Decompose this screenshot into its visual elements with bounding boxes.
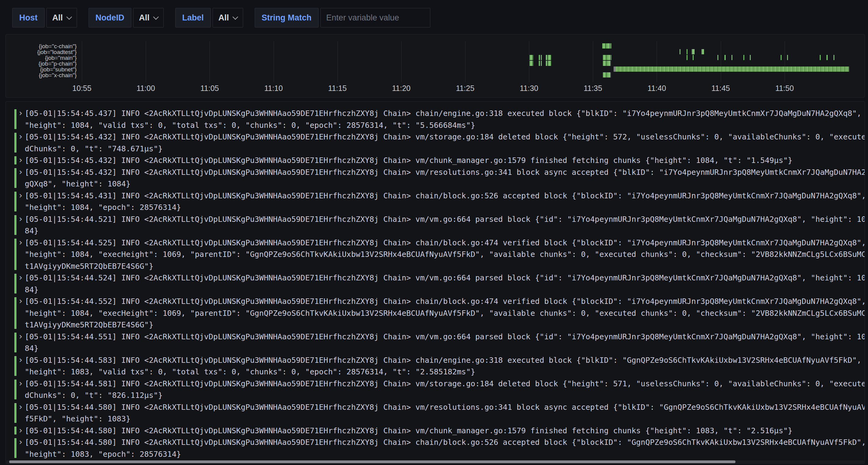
expand-row-icon[interactable]: › (18, 296, 23, 307)
log-line-text: [05-01|15:54:45.437] INFO <2AcRkXTLLtQjv… (25, 108, 865, 131)
horizontal-scrollbar-thumb[interactable] (9, 460, 736, 463)
log-row[interactable]: › [05-01|15:54:45.432] INFO <2AcRkXTLLtQ… (6, 167, 865, 190)
timeline-plot: 10:5511:0011:0511:1011:1511:2011:2511:30… (80, 34, 862, 97)
timeline-mark-jobmain (743, 55, 744, 60)
timeline-mark-jobp-chain (539, 61, 540, 66)
x-axis-tick-label: 11:20 (392, 84, 411, 93)
expand-row-icon[interactable]: › (18, 355, 23, 366)
expand-row-icon[interactable]: › (18, 155, 23, 167)
log-row[interactable]: › [05-01|15:54:44.580] INFO <2AcRkXTLLtQ… (6, 437, 865, 460)
timeline-mark-jobmain (834, 55, 834, 60)
timeline-mark-jobsubnet (615, 67, 849, 72)
log-level-bar (14, 438, 17, 458)
variable-value-dropdown[interactable]: All (213, 8, 243, 28)
timeline-mark-jobmain (693, 55, 693, 60)
timeline-mark-jobmain (750, 55, 751, 60)
variable-value-dropdown[interactable]: All (133, 8, 164, 28)
log-level-bar (14, 109, 17, 129)
legend-label: {job="c-chain"} (6, 43, 77, 49)
log-row[interactable]: › [05-01|15:54:45.432] INFO <2AcRkXTLLtQ… (6, 131, 865, 155)
log-line-text: [05-01|15:54:45.432] INFO <2AcRkXTLLtQjv… (25, 155, 865, 167)
x-axis-tick-label: 11:40 (648, 84, 666, 93)
log-level-bar (14, 379, 17, 399)
log-row[interactable]: › [05-01|15:54:44.580] INFO <2AcRkXTLLtQ… (6, 425, 865, 437)
log-row[interactable]: › [05-01|15:54:44.552] INFO <2AcRkXTLLtQ… (6, 296, 865, 331)
log-row[interactable]: › [05-01|15:54:44.521] INFO <2AcRkXTLLtQ… (6, 213, 865, 237)
x-axis-tick-label: 11:30 (520, 84, 538, 93)
variables-bar: Host All NodeID All Label All String Mat… (0, 0, 868, 34)
x-axis-tick-label: 11:45 (711, 84, 730, 93)
timeline-legend: {job="c-chain"}{job="loadtest"}{job="mai… (6, 43, 77, 78)
expand-row-icon[interactable]: › (18, 237, 23, 249)
log-line-text: [05-01|15:54:44.551] INFO <2AcRkXTLLtQjv… (25, 331, 865, 355)
expand-row-icon[interactable]: › (18, 402, 23, 413)
timeline-mark-jobloadtest (692, 49, 694, 54)
log-line-text: [05-01|15:54:44.580] INFO <2AcRkXTLLtQjv… (25, 425, 865, 437)
x-gridline (401, 41, 402, 82)
x-axis-tick-label: 11:35 (584, 84, 602, 93)
timeline-mark-jobmain (787, 55, 788, 60)
x-axis-tick-label: 10:55 (72, 84, 92, 93)
logs-panel: › [05-01|15:54:45.437] INFO <2AcRkXTLLtQ… (5, 101, 865, 464)
timeline-mark-jobc-chain (602, 43, 612, 48)
log-level-bar (14, 427, 17, 435)
x-gridline (146, 41, 146, 82)
legend-label: {job="x-chain"} (6, 72, 77, 78)
grafana-dashboard: Host All NodeID All Label All String Mat… (0, 0, 868, 465)
log-line-text: [05-01|15:54:44.581] INFO <2AcRkXTLLtQjv… (25, 378, 865, 402)
string-match-group: String Match (255, 8, 431, 28)
expand-row-icon[interactable]: › (18, 378, 23, 390)
log-line-text: [05-01|15:54:44.524] INFO <2AcRkXTLLtQjv… (25, 272, 865, 296)
expand-row-icon[interactable]: › (18, 272, 23, 284)
timeline-mark-jobmain (541, 55, 542, 60)
variable-label: NodeID (89, 8, 132, 28)
horizontal-scrollbar-track[interactable] (5, 460, 864, 463)
x-axis-tick-label: 11:50 (775, 84, 794, 93)
log-line-text: [05-01|15:54:45.432] INFO <2AcRkXTLLtQjv… (25, 167, 865, 190)
legend-label: {job="main"} (6, 55, 77, 61)
legend-label: {job="p-chain"} (6, 61, 77, 67)
variable-selected-value: All (139, 13, 150, 23)
log-list: › [05-01|15:54:45.437] INFO <2AcRkXTLLtQ… (6, 108, 865, 460)
log-level-bar (14, 403, 17, 423)
expand-row-icon[interactable]: › (18, 190, 23, 202)
expand-row-icon[interactable]: › (18, 131, 23, 143)
log-row[interactable]: › [05-01|15:54:44.525] INFO <2AcRkXTLLtQ… (6, 237, 865, 272)
log-row[interactable]: › [05-01|15:54:44.580] INFO <2AcRkXTLLtQ… (6, 402, 865, 425)
log-line-text: [05-01|15:54:45.431] INFO <2AcRkXTLLtQjv… (25, 190, 865, 213)
variable-group-label: Label All (175, 8, 243, 28)
log-row[interactable]: › [05-01|15:54:44.583] INFO <2AcRkXTLLtQ… (6, 355, 865, 378)
x-axis-tick-label: 11:10 (264, 84, 283, 93)
log-line-text: [05-01|15:54:44.521] INFO <2AcRkXTLLtQjv… (25, 213, 865, 237)
log-line-text: [05-01|15:54:44.580] INFO <2AcRkXTLLtQjv… (25, 437, 865, 460)
string-match-label: String Match (255, 8, 319, 28)
expand-row-icon[interactable]: › (18, 108, 23, 120)
variable-value-dropdown[interactable]: All (46, 8, 77, 28)
log-row[interactable]: › [05-01|15:54:44.581] INFO <2AcRkXTLLtQ… (6, 378, 865, 402)
log-row[interactable]: › [05-01|15:54:45.437] INFO <2AcRkXTLLtQ… (6, 108, 865, 131)
log-level-bar (14, 215, 17, 235)
log-row[interactable]: › [05-01|15:54:45.432] INFO <2AcRkXTLLtQ… (6, 155, 865, 167)
timeline-mark-jobmain (781, 55, 781, 60)
string-match-input[interactable] (320, 8, 430, 28)
timeline-mark-jobmain (530, 55, 533, 60)
x-gridline (465, 41, 465, 82)
log-row[interactable]: › [05-01|15:54:44.524] INFO <2AcRkXTLLtQ… (6, 272, 865, 296)
variable-selected-value: All (52, 13, 63, 23)
timeline-mark-jobx-chain (603, 72, 611, 77)
timeline-mark-jobp-chain (541, 61, 542, 66)
log-level-bar (14, 168, 17, 188)
variable-group-host: Host All (12, 8, 77, 28)
x-axis-tick-label: 11:25 (456, 84, 475, 93)
timeline-mark-jobmain (820, 55, 821, 60)
expand-row-icon[interactable]: › (18, 167, 23, 178)
log-row[interactable]: › [05-01|15:54:44.551] INFO <2AcRkXTLLtQ… (6, 331, 865, 355)
expand-row-icon[interactable]: › (18, 331, 23, 343)
log-line-text: [05-01|15:54:44.525] INFO <2AcRkXTLLtQjv… (25, 237, 865, 272)
log-level-bar (14, 239, 17, 270)
expand-row-icon[interactable]: › (18, 425, 23, 437)
log-row[interactable]: › [05-01|15:54:45.431] INFO <2AcRkXTLLtQ… (6, 190, 865, 213)
expand-row-icon[interactable]: › (18, 437, 23, 449)
expand-row-icon[interactable]: › (18, 213, 23, 226)
timeline-mark-jobloadtest (687, 49, 687, 54)
